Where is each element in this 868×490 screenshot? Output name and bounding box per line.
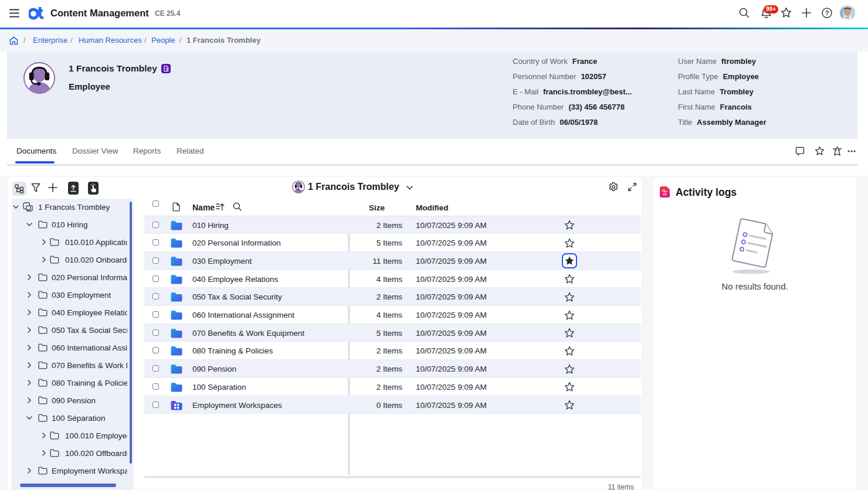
svg-text:?: ? xyxy=(165,67,168,72)
svg-text:?: ? xyxy=(825,9,829,16)
